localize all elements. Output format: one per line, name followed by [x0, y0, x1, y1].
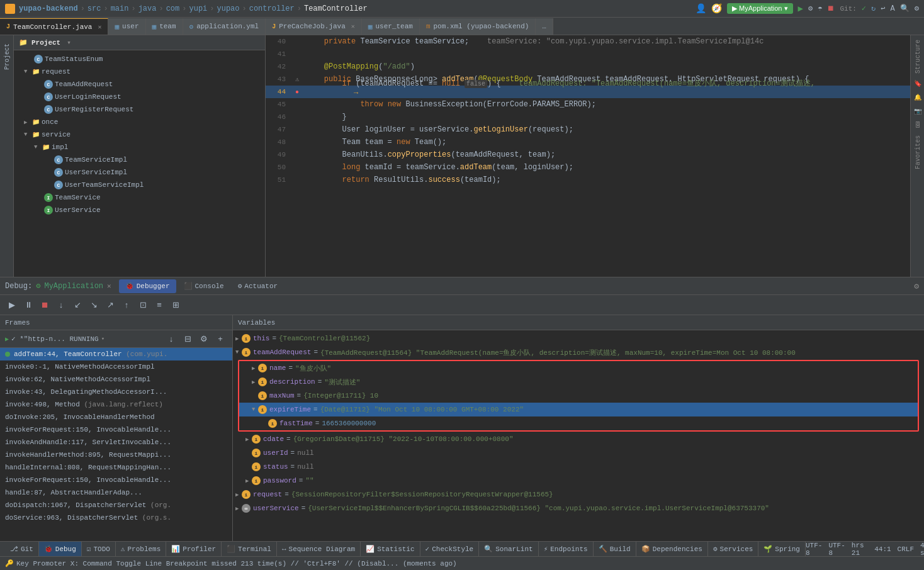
- translate-icon[interactable]: A: [891, 4, 895, 13]
- status-tab-problems[interactable]: ⚠ Problems: [116, 542, 166, 557]
- step-over-btn[interactable]: ↓: [54, 298, 68, 312]
- tab-user[interactable]: ▦ user: [108, 18, 145, 35]
- tab-pom-xml[interactable]: m pom.xml (yupao-backend): [420, 18, 536, 35]
- run-to-cursor-btn[interactable]: ↑: [120, 298, 133, 312]
- status-tab-services[interactable]: ⚙ Services: [708, 542, 758, 557]
- status-tab-git[interactable]: ⎇ Git: [5, 542, 39, 557]
- notification-icon[interactable]: 🔔: [912, 92, 923, 103]
- coverage-icon[interactable]: ☂: [818, 4, 822, 13]
- tree-item-teamaddrequest[interactable]: C TeamAddRequest: [14, 78, 265, 91]
- var-description[interactable]: ▶ i description = "测试描述": [239, 375, 918, 389]
- pause-btn[interactable]: ⏸: [21, 298, 35, 312]
- tree-item-userregisterrequest[interactable]: C UserRegisterRequest: [14, 103, 265, 116]
- debug-app-name[interactable]: MyApplication: [44, 282, 103, 291]
- status-tab-profiler[interactable]: 📊 Profiler: [166, 542, 222, 557]
- status-tab-statistic[interactable]: 📈 Statistic: [361, 542, 420, 557]
- tab-close[interactable]: ✕: [351, 23, 355, 30]
- force-step-into-btn[interactable]: ↘: [87, 298, 101, 312]
- line-sep-label[interactable]: UTF-8: [828, 542, 845, 557]
- var-teamaddrequest[interactable]: ▼ i teamAddRequest = {TeamAddRequest@115…: [233, 345, 924, 359]
- frame-item-11[interactable]: handle:87, AbstractHandlerAdap...: [0, 486, 232, 499]
- var-userid[interactable]: i userId = null: [233, 446, 924, 460]
- var-maxnum[interactable]: i maxNum = {Integer@11711} 10: [239, 389, 918, 403]
- stop-btn[interactable]: ⏹: [38, 298, 52, 312]
- status-tab-spring[interactable]: 🌱 Spring: [758, 542, 806, 557]
- stop-icon[interactable]: ⏹: [827, 4, 835, 13]
- frame-item-1[interactable]: invoke0:-1, NativeMethodAccessorImpl: [0, 360, 232, 373]
- var-userservice[interactable]: ▶ ∞ userService = {UserServiceImpl$$Enha…: [233, 501, 924, 515]
- breakpoints-btn[interactable]: ≡: [152, 298, 166, 312]
- status-tab-dependencies[interactable]: 📦 Dependencies: [636, 542, 708, 557]
- var-request[interactable]: ▶ i request = {SessionRepositoryFilter$S…: [233, 488, 924, 501]
- tree-item-once[interactable]: ▶ 📁 once: [14, 116, 265, 128]
- status-tab-build[interactable]: 🔨 Build: [594, 542, 636, 557]
- frame-filter-btn[interactable]: ⊟: [181, 332, 194, 346]
- frame-item-10[interactable]: invokeForRequest:150, InvocableHandle...: [0, 474, 232, 486]
- var-this[interactable]: ▶ i this = {TeamController@11562}: [233, 332, 924, 345]
- structure-icon[interactable]: Structure: [912, 38, 923, 75]
- frame-item-3[interactable]: invoke:43, DelegatingMethodAccessorI...: [0, 386, 232, 398]
- spaces-label[interactable]: 4 spaces: [920, 542, 924, 557]
- settings-icon[interactable]: ⚙: [915, 4, 919, 13]
- frame-item-12[interactable]: doDispatch:1067, DispatcherServlet (org.: [0, 499, 232, 511]
- resume-btn[interactable]: ▶: [5, 298, 19, 312]
- debug-tab-debugger[interactable]: 🐞 Debugger: [119, 279, 176, 293]
- eval-btn[interactable]: ⊡: [136, 298, 150, 312]
- step-out-btn[interactable]: ↗: [103, 298, 117, 312]
- tab-user-team[interactable]: ▦ user_team: [362, 18, 420, 35]
- frame-item-13[interactable]: doService:963, DispatcherServlet (org.s.: [0, 511, 232, 524]
- tab-precachejob[interactable]: J PreCacheJob.java ✕: [266, 18, 362, 35]
- tree-item-request[interactable]: ▼ 📁 request: [14, 65, 265, 78]
- camera-icon[interactable]: 📷: [912, 106, 923, 117]
- profile-icon[interactable]: ⚙: [808, 4, 813, 13]
- status-tab-sequence[interactable]: ↔ Sequence Diagram: [277, 542, 361, 557]
- frame-item-5[interactable]: doInvoke:205, InvocableHandlerMethod: [0, 411, 232, 423]
- frame-item-9[interactable]: handleInternal:808, RequestMappingHan...: [0, 461, 232, 474]
- breadcrumb-project[interactable]: yupao-backend: [19, 4, 78, 13]
- git-sync-icon[interactable]: ↻: [871, 4, 876, 13]
- var-expiretime[interactable]: ▼ i expireTime = {Date@11712} "Mon Oct 1…: [239, 403, 918, 416]
- tree-item-userservice[interactable]: I UserService: [14, 204, 265, 216]
- crlf-label[interactable]: CRLF: [898, 545, 914, 553]
- frame-down-btn[interactable]: ↓: [164, 332, 178, 346]
- debug-settings-icon[interactable]: ⚙: [914, 281, 919, 291]
- tree-item-service[interactable]: ▼ 📁 service: [14, 128, 265, 141]
- frame-add-btn[interactable]: +: [213, 332, 227, 346]
- favorites-icon[interactable]: Favorites: [912, 133, 923, 171]
- tree-item-impl[interactable]: ▼ 📁 impl: [14, 141, 265, 154]
- run-button[interactable]: ▶ MyApplication ▾: [727, 3, 793, 14]
- mute-btn[interactable]: ⊞: [169, 298, 183, 312]
- project-icon[interactable]: Project: [1, 38, 13, 75]
- tab-teamcontroller[interactable]: J TeamController.java ✕: [0, 18, 108, 35]
- var-password[interactable]: ▶ i password = "": [233, 474, 924, 488]
- search-icon[interactable]: 🔍: [900, 4, 910, 13]
- tree-item-userloginrequest[interactable]: C UserLoginRequest: [14, 91, 265, 103]
- tab-team[interactable]: ▦ team: [146, 18, 183, 35]
- frame-item-4[interactable]: invoke:498, Method (java.lang.reflect): [0, 398, 232, 411]
- db-icon[interactable]: 🗄: [912, 120, 923, 131]
- status-tab-endpoints[interactable]: ⚡ Endpoints: [539, 542, 594, 557]
- var-status[interactable]: i status = null: [233, 460, 924, 474]
- status-tab-debug[interactable]: 🐞 Debug: [39, 542, 82, 557]
- status-tab-todo[interactable]: ☑ TODO: [82, 542, 116, 557]
- var-cdate[interactable]: ▶ i cdate = {Gregorian$Date@11715} "2022…: [233, 432, 924, 446]
- undo-icon[interactable]: ↩: [881, 4, 885, 13]
- frame-item-8[interactable]: invokeHandlerMethod:895, RequestMappi...: [0, 449, 232, 461]
- debug-tab-actuator[interactable]: ⚙ Actuator: [232, 279, 284, 293]
- frame-item-0[interactable]: addTeam:44, TeamController (com.yupi.: [0, 348, 232, 360]
- tree-item-userserviceimpl[interactable]: C UserServiceImpl: [14, 166, 265, 179]
- user-icon[interactable]: 👤: [696, 3, 706, 14]
- tree-item-teamservice[interactable]: I TeamService: [14, 191, 265, 204]
- bookmark-icon[interactable]: 🔖: [912, 78, 923, 89]
- status-tab-terminal[interactable]: ⬛ Terminal: [222, 542, 277, 557]
- tab-close[interactable]: ✕: [98, 23, 101, 31]
- tab-extra[interactable]: …: [536, 18, 553, 35]
- frame-item-7[interactable]: invokeAndHandle:117, ServletInvocable...: [0, 436, 232, 449]
- debug-close-icon[interactable]: ✕: [107, 282, 111, 290]
- var-fasttime[interactable]: i fastTime = 1665360000000: [239, 416, 918, 430]
- git-check-icon[interactable]: ✓: [862, 4, 866, 13]
- frame-item-6[interactable]: invokeForRequest:150, InvocableHandle...: [0, 423, 232, 436]
- frame-item-2[interactable]: invoke:62, NativeMethodAccessorImpl: [0, 373, 232, 386]
- encoding-label[interactable]: UTF-8: [806, 542, 822, 557]
- nav-icon[interactable]: 🧭: [711, 3, 722, 14]
